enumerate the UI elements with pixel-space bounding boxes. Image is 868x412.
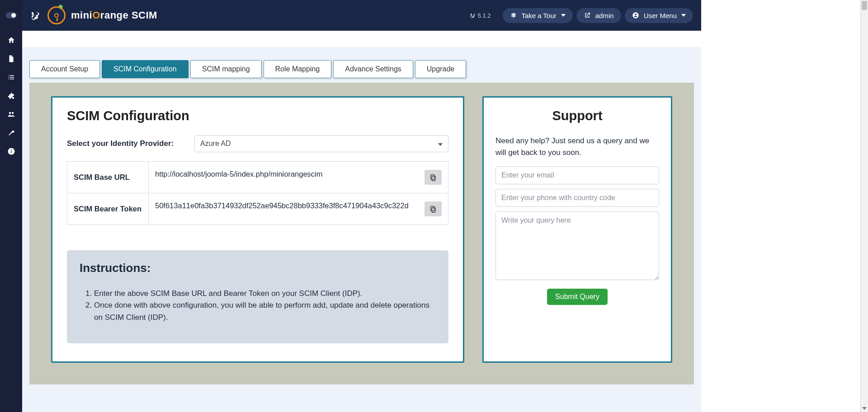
idp-label: Select your Identity Provider: bbox=[67, 139, 184, 148]
tab-role-mapping[interactable]: Role Mapping bbox=[264, 60, 332, 78]
admin-sidebar bbox=[0, 0, 22, 412]
side-icon-wrench[interactable] bbox=[0, 123, 22, 142]
config-key: SCIM Base URL bbox=[67, 162, 149, 193]
instructions-title: Instructions: bbox=[80, 261, 436, 275]
support-title: Support bbox=[495, 108, 659, 123]
instruction-item: Enter the above SCIM Base URL and Bearer… bbox=[94, 288, 436, 300]
svg-rect-6 bbox=[431, 175, 434, 179]
content-scroll[interactable]: Account Setup SCIM Configuration SCIM ma… bbox=[22, 48, 701, 412]
config-value: http://localhost/joomla-5/index.php/mini… bbox=[149, 162, 448, 193]
tab-scim-configuration[interactable]: SCIM Configuration bbox=[102, 60, 189, 78]
copy-button[interactable] bbox=[425, 170, 442, 185]
side-icon-puzzle[interactable] bbox=[0, 86, 22, 105]
tab-strip: Account Setup SCIM Configuration SCIM ma… bbox=[22, 48, 701, 83]
version-label: 5.1.2 bbox=[470, 12, 491, 19]
chevron-down-icon bbox=[438, 140, 443, 148]
config-title: SCIM Configuration bbox=[67, 108, 448, 123]
sub-toolbar bbox=[22, 31, 701, 48]
svg-rect-1 bbox=[11, 150, 12, 153]
svg-rect-8 bbox=[431, 206, 434, 211]
user-circle-icon bbox=[632, 12, 639, 19]
tab-advance-settings[interactable]: Advance Settings bbox=[333, 60, 413, 78]
take-tour-button[interactable]: Take a Tour bbox=[503, 8, 573, 23]
brand-logo[interactable]: miniOrange SCIM bbox=[30, 6, 157, 24]
side-icon-list[interactable] bbox=[0, 68, 22, 86]
admin-link-button[interactable]: admin bbox=[576, 8, 621, 23]
tab-upgrade[interactable]: Upgrade bbox=[415, 60, 466, 78]
instruction-item: Once done with above configuration, you … bbox=[94, 300, 436, 323]
idp-select[interactable]: Azure AD bbox=[194, 135, 448, 152]
copy-icon bbox=[429, 205, 437, 213]
brand-text: miniOrange SCIM bbox=[71, 9, 157, 21]
external-link-icon bbox=[584, 12, 591, 19]
svg-rect-5 bbox=[432, 176, 435, 181]
support-query-textarea[interactable] bbox=[495, 211, 659, 280]
main-area: miniOrange SCIM 5.1.2 Take a Tour admin … bbox=[22, 0, 701, 412]
support-phone-input[interactable] bbox=[495, 189, 659, 207]
side-icon-home[interactable] bbox=[0, 31, 22, 49]
miniorange-logo-icon bbox=[47, 6, 66, 24]
config-table: SCIM Base URL http://localhost/joomla-5/… bbox=[67, 161, 448, 225]
svg-rect-7 bbox=[432, 208, 435, 212]
config-value: 50f613a11e0fa3b3714932df252ae945bc28bb93… bbox=[149, 193, 448, 225]
signpost-icon bbox=[510, 12, 517, 19]
joomla-small-icon bbox=[470, 13, 475, 18]
tab-account-setup[interactable]: Account Setup bbox=[29, 60, 100, 78]
support-card: Support Need any help? Just send us a qu… bbox=[482, 96, 672, 363]
support-text: Need any help? Just send us a query and … bbox=[495, 135, 659, 158]
topbar: miniOrange SCIM 5.1.2 Take a Tour admin … bbox=[22, 0, 701, 31]
side-icon-file[interactable] bbox=[0, 49, 22, 68]
svg-rect-2 bbox=[11, 149, 12, 150]
support-email-input[interactable] bbox=[495, 166, 659, 184]
config-card: SCIM Configuration Select your Identity … bbox=[51, 96, 464, 363]
side-icon-users[interactable] bbox=[0, 105, 22, 123]
table-row: SCIM Base URL http://localhost/joomla-5/… bbox=[67, 162, 448, 193]
chevron-down-icon bbox=[561, 14, 566, 17]
chevron-down-icon bbox=[681, 14, 686, 17]
joomla-icon bbox=[30, 11, 39, 20]
instructions-panel: Instructions: Enter the above SCIM Base … bbox=[67, 250, 448, 343]
submit-query-button[interactable]: Submit Query bbox=[547, 289, 608, 305]
user-menu-button[interactable]: User Menu bbox=[625, 8, 693, 23]
copy-icon bbox=[429, 173, 437, 182]
tab-scim-mapping[interactable]: SCIM mapping bbox=[190, 60, 262, 78]
sidebar-toggle[interactable] bbox=[0, 0, 22, 31]
copy-button[interactable] bbox=[425, 201, 442, 216]
svg-point-4 bbox=[635, 14, 637, 15]
table-row: SCIM Bearer Token 50f613a11e0fa3b3714932… bbox=[67, 193, 448, 225]
config-key: SCIM Bearer Token bbox=[67, 193, 149, 225]
side-icon-info[interactable] bbox=[0, 142, 22, 160]
